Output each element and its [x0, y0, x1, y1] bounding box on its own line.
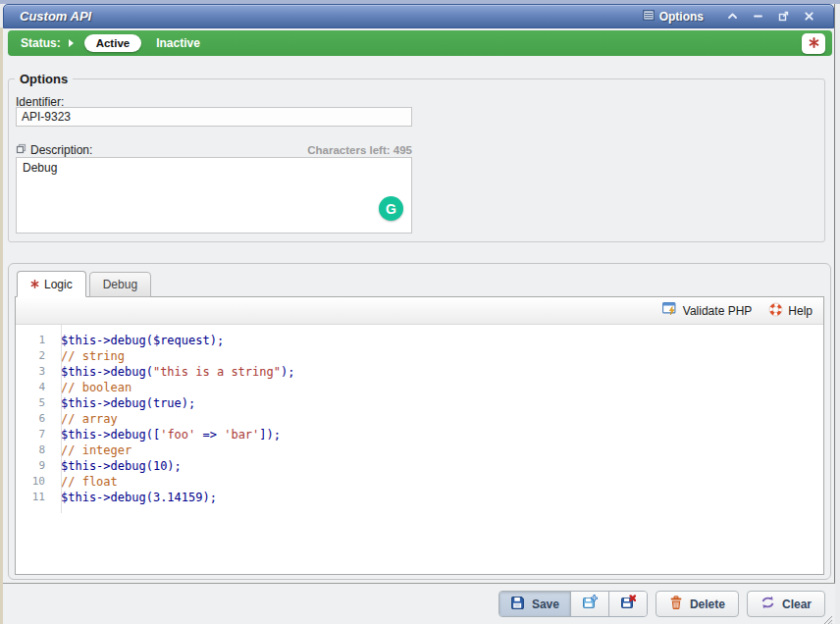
- logic-panel-body: Validate PHP Help 1$this->debug($request…: [15, 296, 824, 575]
- line-number: 6: [16, 411, 53, 427]
- code-text: $this->debug(10);: [53, 458, 182, 474]
- code-line: 8// integer: [16, 442, 823, 458]
- status-arrow-icon: [69, 39, 74, 47]
- code-line: 3$this->debug("this is a string");: [16, 364, 823, 380]
- code-text: // float: [53, 474, 118, 490]
- clear-button[interactable]: Clear: [747, 591, 825, 617]
- line-number: 9: [16, 458, 53, 474]
- line-number: 5: [16, 395, 53, 411]
- help-lifering-icon: [768, 302, 783, 320]
- identifier-input[interactable]: [16, 107, 412, 127]
- code-editor[interactable]: 1$this->debug($request);2// string3$this…: [16, 325, 823, 575]
- options-menu-label: Options: [659, 10, 704, 24]
- popout-icon: [778, 11, 789, 22]
- minus-icon: [753, 11, 763, 22]
- line-number: 10: [16, 474, 53, 490]
- titlebar-controls: Options: [643, 8, 833, 26]
- line-number: 8: [16, 442, 53, 458]
- code-line: 4// boolean: [16, 380, 823, 395]
- save-close-icon: [620, 595, 636, 613]
- save-icon: [510, 596, 525, 613]
- code-line: 9$this->debug(10);: [16, 458, 823, 474]
- code-line: 10// float: [16, 474, 823, 490]
- collapse-button[interactable]: [719, 8, 745, 26]
- code-text: // integer: [53, 442, 131, 458]
- description-textarea[interactable]: Debug: [16, 157, 412, 234]
- tab-logic-label: Logic: [44, 278, 73, 291]
- window-titlebar[interactable]: Custom API Options: [3, 4, 834, 28]
- chars-left-counter: Characters left: 495: [307, 144, 412, 156]
- status-option-active[interactable]: Active: [84, 34, 142, 52]
- grammarly-icon[interactable]: G: [379, 196, 403, 221]
- custom-api-window: Custom API Options Status:: [3, 4, 835, 624]
- validate-php-button[interactable]: Validate PHP: [662, 302, 752, 319]
- line-number: 1: [16, 333, 53, 348]
- footer-toolbar: Save Delete Clear: [3, 583, 835, 624]
- minimize-button[interactable]: [745, 8, 770, 26]
- help-button[interactable]: Help: [768, 302, 813, 320]
- description-row: Description: Characters left: 495: [16, 143, 412, 157]
- code-text: $this->debug("this is a string");: [53, 364, 294, 380]
- save-button-group: Save: [499, 591, 648, 617]
- tab-debug[interactable]: Debug: [89, 272, 151, 297]
- code-line: 5$this->debug(true);: [16, 395, 823, 411]
- required-asterisk-icon: [30, 278, 39, 291]
- status-label: Status:: [21, 36, 61, 50]
- save-new-icon: [582, 595, 598, 613]
- save-and-new-button[interactable]: [570, 592, 608, 616]
- validate-php-icon: [662, 302, 678, 319]
- save-and-close-button[interactable]: [608, 592, 647, 616]
- save-button[interactable]: Save: [499, 592, 570, 616]
- line-number: 11: [16, 490, 53, 505]
- line-number: 7: [16, 427, 53, 442]
- line-number: 3: [16, 364, 53, 380]
- status-option-inactive[interactable]: Inactive: [156, 36, 200, 50]
- delete-button[interactable]: Delete: [656, 591, 739, 617]
- chevron-up-icon: [727, 11, 738, 22]
- tab-strip: Logic Debug: [17, 271, 151, 297]
- code-text: $this->debug(3.14159);: [53, 490, 217, 505]
- code-text: $this->debug(['foo' => 'bar']);: [53, 427, 281, 442]
- code-line: 6// array: [16, 411, 823, 427]
- gutter-divider: [61, 325, 62, 513]
- required-asterisk-icon: [809, 34, 819, 52]
- validate-php-label: Validate PHP: [683, 304, 752, 318]
- code-line: 2// string: [16, 348, 823, 364]
- resize-grip[interactable]: [821, 611, 833, 623]
- clear-button-label: Clear: [782, 598, 812, 611]
- code-lines: 1$this->debug($request);2// string3$this…: [16, 333, 823, 505]
- status-bar: Status: Active Inactive: [8, 30, 832, 56]
- code-text: // array: [53, 411, 118, 427]
- options-menu-button[interactable]: Options: [643, 10, 704, 24]
- required-field-button[interactable]: [802, 33, 825, 54]
- code-text: $this->debug($request);: [53, 333, 224, 348]
- code-text: // boolean: [53, 380, 131, 395]
- close-icon: [804, 11, 814, 22]
- options-legend: Options: [15, 72, 73, 86]
- tab-debug-label: Debug: [103, 278, 137, 291]
- code-text: // string: [53, 348, 125, 364]
- trash-icon: [669, 596, 683, 613]
- description-popout-icon[interactable]: [16, 143, 26, 157]
- close-button[interactable]: [796, 8, 821, 26]
- description-label-wrap: Description:: [16, 143, 92, 157]
- code-line: 1$this->debug($request);: [16, 333, 823, 348]
- code-toolbar: Validate PHP Help: [16, 297, 823, 325]
- code-text: $this->debug(true);: [53, 395, 195, 411]
- delete-button-label: Delete: [690, 598, 725, 611]
- code-line: 7$this->debug(['foo' => 'bar']);: [16, 427, 823, 442]
- code-line: 11$this->debug(3.14159);: [16, 490, 823, 505]
- refresh-arrows-icon: [761, 596, 775, 612]
- tab-logic[interactable]: Logic: [17, 271, 86, 297]
- window-title: Custom API: [4, 9, 91, 24]
- popout-button[interactable]: [770, 8, 796, 26]
- save-button-label: Save: [532, 598, 559, 611]
- line-number: 4: [16, 380, 53, 395]
- logic-tabpanel: Logic Debug Validate PHP Help 1$this->de…: [8, 263, 831, 580]
- line-number: 2: [16, 348, 53, 364]
- description-label: Description:: [30, 143, 92, 157]
- options-list-icon: [643, 10, 655, 24]
- help-label: Help: [788, 304, 813, 318]
